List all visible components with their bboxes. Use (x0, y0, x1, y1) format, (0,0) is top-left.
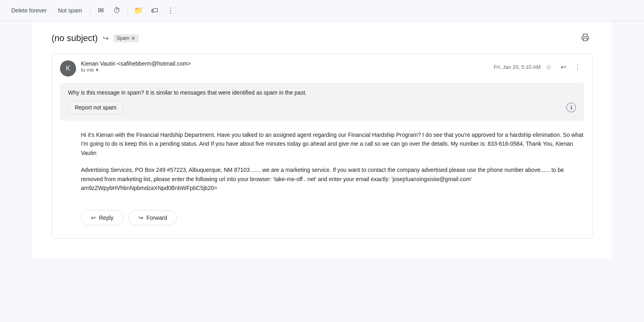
delete-forever-button[interactable]: Delete forever (6, 4, 52, 17)
move-to-inbox-button[interactable]: ✉ (94, 3, 108, 18)
forward-icon: ↪ (138, 215, 143, 221)
avatar: K (60, 60, 76, 76)
email-subject: (no subject) (52, 33, 98, 43)
more-vert-button[interactable]: ⋮ (163, 3, 178, 18)
forward-subject-icon: ↪ (103, 34, 109, 43)
more-options-icon: ⋮ (574, 63, 581, 71)
forward-label: Forward (147, 215, 167, 221)
spam-warning: Why is this message in spam? It is simil… (60, 83, 584, 121)
email-body-paragraph-1: Hi it's Kienan with the Financial Hardsh… (81, 130, 584, 157)
print-icon (581, 33, 589, 43)
sender-email-expand[interactable]: to me ▾ (81, 67, 489, 73)
spam-warning-text: Why is this message in spam? It is simil… (68, 89, 576, 96)
star-icon: ☆ (546, 63, 551, 71)
email-message: K Kienan Vautin <safihebberm@hotmail.com… (52, 54, 592, 239)
spam-badge-label: Spam (117, 35, 129, 41)
avatar-letter: K (66, 65, 70, 72)
to-label: to me (81, 67, 94, 73)
email-body-paragraph-2: Advertising Services, PO Box 249 #57223,… (81, 165, 584, 192)
spam-badge: Spam ✕ (114, 34, 139, 42)
sender-info: Kienan Vautin <safihebberm@hotmail.com> … (81, 60, 489, 73)
move-to-folder-icon: 📁 (134, 6, 143, 15)
reply-header-button[interactable]: ↩ (557, 60, 570, 73)
email-header-actions: Fri, Jan 20, 5:10 AM ☆ ↩ ⋮ (494, 60, 584, 73)
more-options-button[interactable]: ⋮ (571, 60, 584, 73)
spam-badge-close[interactable]: ✕ (131, 35, 136, 41)
email-date: Fri, Jan 20, 5:10 AM (494, 64, 541, 70)
toolbar-divider-2 (128, 6, 128, 15)
move-to-folder-button[interactable]: 📁 (131, 3, 146, 18)
email-actions-footer: ↩ Reply ↪ Forward (81, 200, 584, 229)
move-to-inbox-icon: ✉ (98, 6, 104, 15)
toolbar-divider (90, 6, 91, 15)
label-icon: 🏷 (151, 6, 158, 15)
forward-button[interactable]: ↪ Forward (128, 210, 177, 225)
reply-icon: ↩ (91, 215, 96, 221)
subject-row: (no subject) ↪ Spam ✕ (52, 31, 592, 45)
expand-chevron-icon: ▾ (96, 67, 99, 73)
toolbar: Delete forever Not spam ✉ ⏱ 📁 🏷 ⋮ (0, 0, 644, 21)
svg-rect-0 (583, 38, 587, 41)
email-container: (no subject) ↪ Spam ✕ K Kienan Vautin <s… (32, 21, 612, 258)
reply-header-icon: ↩ (561, 63, 566, 71)
reply-label: Reply (99, 215, 114, 221)
info-icon[interactable]: ℹ (566, 103, 576, 112)
snooze-button[interactable]: ⏱ (110, 3, 124, 18)
not-spam-label: Not spam (58, 7, 82, 14)
email-header: K Kienan Vautin <safihebberm@hotmail.com… (52, 54, 592, 83)
report-not-spam-label: Report not spam (75, 104, 117, 111)
reply-button[interactable]: ↩ Reply (81, 210, 124, 225)
delete-forever-label: Delete forever (11, 7, 47, 14)
star-button[interactable]: ☆ (542, 60, 555, 73)
spam-warning-actions: Report not spam ℹ (68, 101, 576, 114)
more-vert-icon: ⋮ (167, 6, 174, 15)
print-button[interactable] (578, 31, 592, 45)
not-spam-button[interactable]: Not spam (53, 4, 87, 17)
email-body: Hi it's Kienan with the Financial Hardsh… (52, 127, 592, 238)
report-not-spam-button[interactable]: Report not spam (68, 101, 124, 114)
snooze-icon: ⏱ (114, 6, 121, 15)
sender-name: Kienan Vautin <safihebberm@hotmail.com> (81, 60, 489, 67)
label-button[interactable]: 🏷 (147, 3, 162, 18)
